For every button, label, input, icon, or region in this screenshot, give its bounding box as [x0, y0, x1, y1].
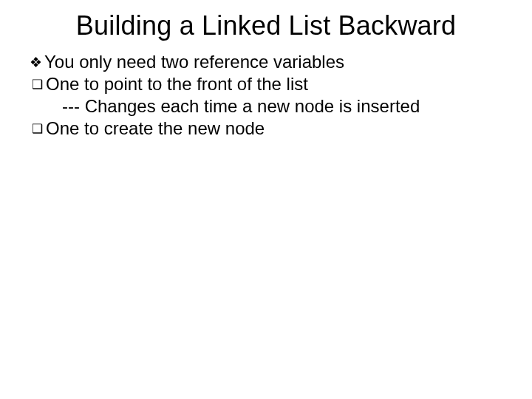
bullet-text: --- Changes each time a new node is inse…: [62, 95, 505, 117]
bullet-text: One to point to the front of the list: [46, 73, 505, 95]
bullet-text: One to create the new node: [46, 117, 505, 140]
slide: Building a Linked List Backward ❖ You on…: [0, 0, 532, 399]
slide-body: ❖ You only need two reference variables …: [27, 51, 505, 140]
square-bullet-icon: ❑: [28, 73, 46, 92]
bullet-text: You only need two reference variables: [44, 51, 505, 73]
bullet-line-1: ❖ You only need two reference variables: [27, 51, 505, 73]
bullet-line-4: ❑ One to create the new node: [27, 117, 505, 140]
sub-line-3: --- Changes each time a new node is inse…: [27, 95, 505, 117]
square-bullet-icon: ❑: [28, 117, 46, 137]
bullet-line-2: ❑ One to point to the front of the list: [27, 73, 505, 95]
diamond-bullet-icon: ❖: [27, 51, 44, 72]
slide-title: Building a Linked List Backward: [27, 10, 505, 41]
